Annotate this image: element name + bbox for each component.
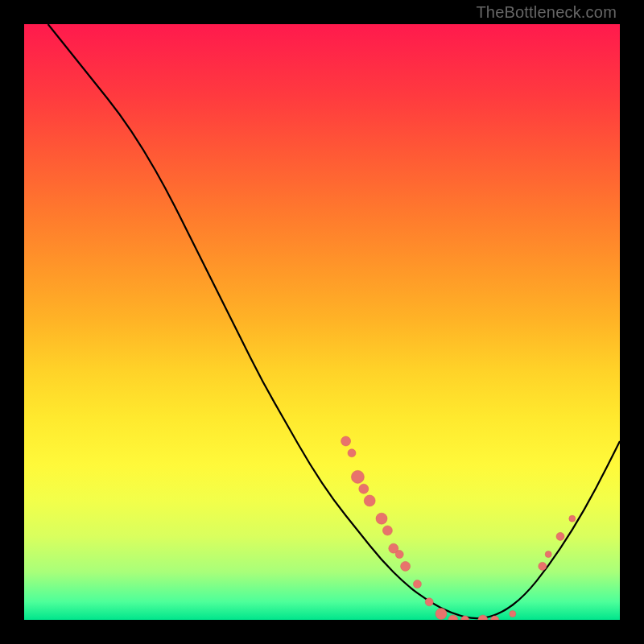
scatter-group xyxy=(341,436,576,620)
scatter-dot xyxy=(545,551,551,558)
scatter-dot xyxy=(359,484,369,493)
scatter-dot xyxy=(341,436,351,446)
scatter-dot xyxy=(351,470,364,483)
scatter-dot xyxy=(348,449,356,457)
scatter-dot xyxy=(401,561,411,571)
scatter-dot xyxy=(556,532,564,540)
scatter-dot xyxy=(364,495,375,506)
scatter-dot xyxy=(539,562,547,570)
bottleneck-curve xyxy=(48,24,620,618)
watermark-text: TheBottleneck.com xyxy=(476,3,617,22)
chart-svg xyxy=(24,24,620,620)
scatter-dot xyxy=(478,615,488,620)
scatter-dot xyxy=(436,609,447,620)
scatter-dot xyxy=(425,598,433,606)
scatter-dot xyxy=(382,526,392,535)
scatter-dot xyxy=(376,513,387,524)
scatter-dot xyxy=(395,551,403,559)
scatter-dot xyxy=(413,580,421,588)
scatter-dot xyxy=(510,611,516,617)
scatter-dot xyxy=(569,515,576,522)
scatter-dot xyxy=(448,615,458,620)
